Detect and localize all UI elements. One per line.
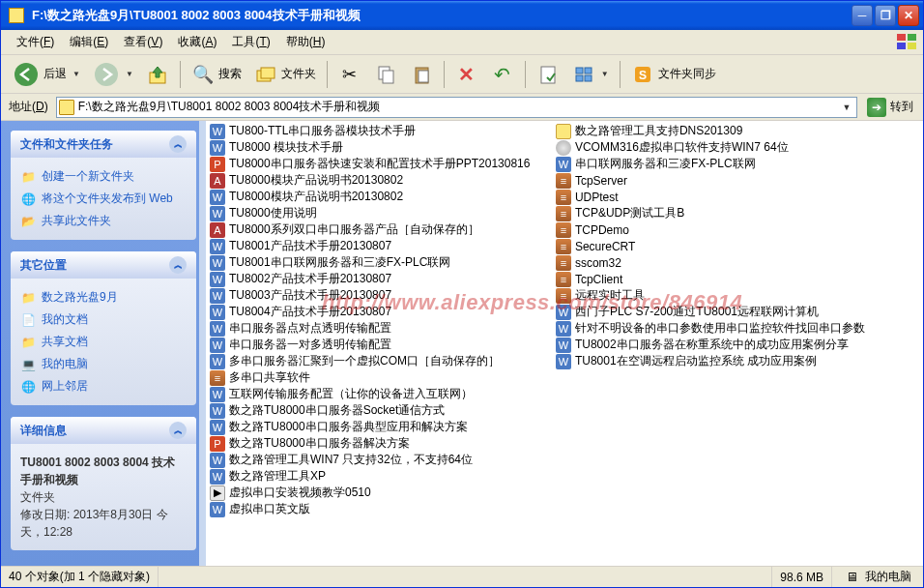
file-list[interactable]: WTU800-TTL串口服务器模块技术手册WTU8000 模块技术手册PTU80…	[206, 121, 923, 566]
file-type-icon: P	[210, 436, 225, 452]
file-item[interactable]: WTU8001产品技术手册20130807	[208, 238, 554, 254]
file-item[interactable]: ▶虚拟串口安装视频教学0510	[208, 485, 554, 501]
file-item[interactable]: WTU8000使用说明	[208, 205, 554, 221]
file-item[interactable]: P数之路TU8000串口服务器解决方案	[208, 435, 554, 452]
place-icon: 📁	[20, 335, 36, 350]
file-item[interactable]: WTU800-TTL串口服务器模块技术手册	[208, 123, 554, 139]
file-item[interactable]: W数之路TU8000串口服务器Socket通信方式	[208, 402, 554, 419]
other-place-link[interactable]: 📄我的文档	[20, 309, 187, 331]
properties-button[interactable]	[531, 59, 565, 90]
other-header[interactable]: 其它位置 ︽	[11, 251, 196, 279]
tasks-header[interactable]: 文件和文件夹任务 ︽	[11, 131, 196, 158]
file-name: 串口联网服务器和三凌FX-PLC联网	[575, 156, 756, 172]
file-item[interactable]: WTU8000模块产品说明书20130802	[208, 189, 554, 205]
separator	[327, 61, 328, 88]
forward-button[interactable]: ▼	[87, 57, 139, 92]
other-place-link[interactable]: 📁共享文档	[20, 331, 187, 353]
delete-button[interactable]: ✕	[449, 59, 484, 90]
task-link[interactable]: 📂共享此文件夹	[20, 210, 187, 232]
go-button[interactable]: ➔ 转到	[863, 96, 917, 119]
file-type-icon: W	[210, 403, 225, 419]
back-button[interactable]: 后退 ▼	[7, 57, 86, 92]
file-item[interactable]: WTU8001串口联网服务器和三凌FX-PLC联网	[208, 254, 554, 271]
menu-item[interactable]: 编辑(E)	[62, 31, 116, 53]
sidepanel-scrollbar[interactable]	[199, 121, 206, 566]
chevron-up-icon[interactable]: ︽	[169, 422, 187, 439]
menu-item[interactable]: 工具(T)	[224, 31, 277, 53]
file-item[interactable]: WTU8002串口服务器在称重系统中的成功应用案例分享	[554, 337, 900, 353]
file-item[interactable]: W互联网传输服务配置（让你的设备进入互联网）	[208, 386, 554, 402]
menu-item[interactable]: 收藏(A)	[170, 31, 224, 53]
file-item[interactable]: ≡远程实时工具	[554, 287, 900, 304]
file-item[interactable]: WTU8000 模块技术手册	[208, 139, 554, 156]
file-item[interactable]: ATU8000系列双口串口服务器产品［自动保存的］	[208, 221, 554, 238]
address-folder-icon	[59, 100, 74, 115]
menu-item[interactable]: 帮助(H)	[278, 31, 333, 53]
file-name: 虚拟串口英文版	[229, 501, 310, 517]
minimize-button[interactable]: ─	[852, 5, 873, 26]
file-item[interactable]: ≡TcpClient	[554, 271, 900, 287]
file-item[interactable]: ≡TCP&UDP测试工具B	[554, 205, 900, 221]
other-place-link[interactable]: 💻我的电脑	[20, 353, 187, 375]
close-button[interactable]: ✕	[898, 5, 919, 26]
views-button[interactable]: ▼	[566, 59, 615, 90]
menu-item[interactable]: 查看(V)	[116, 31, 170, 53]
file-item[interactable]: PTU8000串口服务器快速安装和配置技术手册PPT20130816	[208, 156, 554, 172]
file-item[interactable]: WTU8003产品技术手册20130807	[208, 287, 554, 304]
file-item[interactable]: ≡TcpServer	[554, 172, 900, 189]
file-item[interactable]: W虚拟串口英文版	[208, 501, 554, 517]
file-type-icon: ≡	[556, 255, 571, 271]
file-item[interactable]: W针对不明设备的串口参数使用串口监控软件找回串口参数	[554, 320, 900, 337]
copy-button[interactable]	[368, 59, 403, 90]
file-item[interactable]: ATU8000模块产品说明书20130802	[208, 172, 554, 189]
file-item[interactable]: WTU8004产品技术手册20130807	[208, 304, 554, 320]
paste-button[interactable]	[404, 59, 439, 90]
file-item[interactable]: W数之路TU8000串口服务器典型应用和解决方案	[208, 419, 554, 435]
task-icon: 📂	[20, 214, 36, 229]
chevron-up-icon[interactable]: ︽	[169, 135, 187, 153]
file-item[interactable]: W串口服务器点对点透明传输配置	[208, 320, 554, 337]
folders-button[interactable]: 文件夹	[248, 59, 322, 90]
menu-item[interactable]: 文件(F)	[9, 31, 62, 53]
file-type-icon: W	[210, 239, 225, 254]
forward-dropdown-icon[interactable]: ▼	[126, 70, 133, 78]
file-item[interactable]: ≡TCPDemo	[554, 221, 900, 238]
address-dropdown-icon[interactable]: ▼	[839, 103, 854, 112]
back-dropdown-icon[interactable]: ▼	[72, 70, 80, 78]
task-link[interactable]: 🌐将这个文件夹发布到 Web	[20, 188, 187, 210]
file-item[interactable]: W多串口服务器汇聚到一个虚拟COM口［自动保存的］	[208, 353, 554, 369]
undo-button[interactable]: ↶	[485, 59, 520, 90]
svg-rect-16	[576, 75, 583, 81]
file-item[interactable]: ≡多串口共享软件	[208, 369, 554, 386]
file-item[interactable]: ≡UDPtest	[554, 189, 900, 205]
other-place-link[interactable]: 🌐网上邻居	[20, 375, 187, 397]
file-item[interactable]: W串口联网服务器和三凌FX-PLC联网	[554, 156, 900, 172]
task-link[interactable]: 📁创建一个新文件夹	[20, 165, 187, 188]
up-button[interactable]	[140, 59, 175, 90]
search-button[interactable]: 🔍 搜索	[186, 59, 247, 90]
file-item[interactable]: VCOMM316虚拟串口软件支持WIN7 64位	[554, 139, 900, 156]
details-type: 文件夹	[20, 488, 187, 506]
other-place-link[interactable]: 📁数之路光盘9月	[20, 286, 187, 309]
address-combobox[interactable]: F:\数之路光盘9月\TU8001 8002 8003 8004技术手册和视频 …	[56, 97, 857, 118]
maximize-button[interactable]: ❐	[875, 5, 896, 26]
file-item[interactable]: ≡sscom32	[554, 254, 900, 271]
views-dropdown-icon[interactable]: ▼	[601, 70, 609, 78]
file-name: TU8001产品技术手册20130807	[229, 238, 391, 254]
file-name: 多串口共享软件	[229, 369, 310, 386]
sync-button[interactable]: S 文件夹同步	[625, 59, 722, 90]
file-item[interactable]: W数之路管理工具XP	[208, 468, 554, 485]
file-item[interactable]: ≡SecureCRT	[554, 238, 900, 254]
properties-icon	[536, 63, 560, 86]
chevron-up-icon[interactable]: ︽	[169, 256, 187, 274]
file-item[interactable]: W西门子PLC S7-200通过TU8001远程联网计算机	[554, 304, 900, 320]
cut-button[interactable]: ✂	[332, 59, 367, 90]
file-item[interactable]: WTU8002产品技术手册20130807	[208, 271, 554, 287]
file-item[interactable]: W数之路管理工具WIN7 只支持32位，不支持64位	[208, 452, 554, 468]
file-item[interactable]: WTU8001在空调远程启动监控系统 成功应用案例	[554, 353, 900, 369]
place-icon: 📄	[20, 312, 36, 328]
details-header[interactable]: 详细信息 ︽	[11, 417, 196, 444]
file-type-icon: A	[210, 173, 225, 189]
file-item[interactable]: 数之路管理工具支持DNS201309	[554, 123, 900, 139]
file-item[interactable]: W串口服务器一对多透明传输配置	[208, 337, 554, 353]
